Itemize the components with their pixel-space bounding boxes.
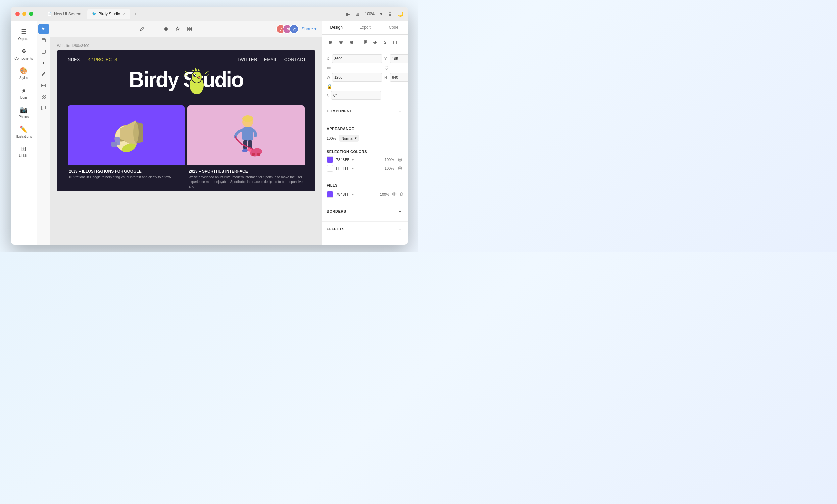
- selection-target-purple-btn[interactable]: [397, 156, 403, 163]
- canvas-area: A B C Share ▾: [50, 21, 322, 245]
- fill-hex[interactable]: 7848FF: [336, 192, 349, 197]
- flip-h-icon[interactable]: ⇔: [327, 65, 382, 71]
- svg-line-33: [184, 75, 187, 75]
- grid-tool-btn[interactable]: [184, 24, 195, 34]
- fill-swatch[interactable]: [327, 191, 334, 198]
- tool-comment[interactable]: [38, 102, 49, 113]
- tab-close-icon[interactable]: ✕: [123, 12, 126, 16]
- sidebar-item-components[interactable]: ❖ Components: [13, 45, 35, 63]
- selection-hex-purple[interactable]: 7848FF: [336, 158, 349, 162]
- selection-target-white-btn[interactable]: [397, 165, 403, 172]
- frame-tool-btn[interactable]: [149, 24, 159, 34]
- nav-contact[interactable]: CONTACT: [284, 57, 306, 62]
- align-bottom-btn[interactable]: [381, 38, 389, 46]
- component-add-btn[interactable]: +: [397, 108, 403, 114]
- effects-add-btn[interactable]: +: [397, 226, 403, 232]
- fill-visibility-btn[interactable]: [392, 192, 397, 198]
- h-input[interactable]: [390, 73, 408, 82]
- mask-tool-btn[interactable]: [173, 24, 183, 34]
- canvas-content[interactable]: Website 1280×3400 INDEX 42 PROJECTS TWIT…: [50, 37, 322, 245]
- tab-design[interactable]: Design: [322, 21, 351, 34]
- fill-delete-btn[interactable]: [399, 192, 403, 197]
- tool-rect[interactable]: [38, 46, 49, 57]
- selection-opacity-white[interactable]: 100%: [385, 166, 394, 170]
- dark-mode-icon[interactable]: 🌙: [398, 11, 403, 17]
- zoom-level[interactable]: 100%: [364, 12, 375, 16]
- nav-twitter[interactable]: TWITTER: [237, 57, 257, 62]
- rotation-input[interactable]: [331, 91, 381, 99]
- w-input[interactable]: [332, 73, 382, 82]
- svg-line-35: [207, 75, 209, 75]
- tool-component[interactable]: [38, 91, 49, 102]
- objects-label: Objects: [18, 37, 30, 41]
- selection-hex-white[interactable]: FFFFFF: [336, 166, 349, 171]
- tab-add-button[interactable]: +: [132, 8, 139, 19]
- zoom-chevron-icon[interactable]: ▾: [380, 11, 382, 17]
- align-center-h-btn[interactable]: [337, 38, 345, 46]
- tool-image[interactable]: [38, 80, 49, 91]
- borders-add-btn[interactable]: +: [397, 208, 403, 214]
- share-label: Share: [301, 26, 313, 32]
- align-top-btn[interactable]: [361, 38, 370, 46]
- tab-new-ui-system[interactable]: 📄 New UI System: [43, 8, 86, 19]
- align-center-v-btn[interactable]: [371, 38, 379, 46]
- toolbar-right: A B C Share ▾: [276, 24, 317, 34]
- component-header: COMPONENT +: [327, 108, 403, 114]
- sidebar-item-styles[interactable]: 🎨 Styles: [13, 64, 35, 82]
- photos-icon: 📷: [20, 106, 28, 114]
- tab-export[interactable]: Export: [351, 21, 379, 34]
- sidebar-item-icons[interactable]: ★ Icons: [13, 84, 35, 102]
- selection-white-chevron[interactable]: ▾: [352, 167, 354, 170]
- sidebar-item-illustrations[interactable]: ✏️ Illustrations: [13, 123, 35, 141]
- sidebar-item-objects[interactable]: ☰ Objects: [13, 25, 35, 43]
- pencil-tool-btn[interactable]: [137, 24, 147, 34]
- sidebar-item-ui-kits[interactable]: ⊞ UI Kits: [13, 142, 35, 161]
- component-tool-btn[interactable]: [161, 24, 171, 34]
- blend-mode-label: Normal: [341, 136, 353, 140]
- share-button[interactable]: Share ▾: [301, 26, 317, 32]
- monitor-icon[interactable]: 🖥: [388, 11, 392, 17]
- close-button[interactable]: [15, 12, 20, 16]
- opacity-value[interactable]: 100%: [327, 136, 336, 140]
- tab-birdy-studio[interactable]: 🐦 Birdy Studio ✕: [87, 8, 131, 19]
- selection-purple-chevron[interactable]: ▾: [352, 158, 354, 162]
- selection-opacity-purple[interactable]: 100%: [385, 158, 394, 162]
- align-left-btn[interactable]: [327, 38, 335, 46]
- tool-frame[interactable]: [38, 35, 49, 45]
- align-right-btn[interactable]: [346, 38, 355, 46]
- tab-code[interactable]: Code: [379, 21, 408, 34]
- maximize-button[interactable]: [29, 12, 33, 16]
- nav-projects[interactable]: 42 PROJECTS: [88, 57, 117, 62]
- minimize-button[interactable]: [22, 12, 26, 16]
- play-icon[interactable]: ▶: [346, 11, 350, 17]
- nav-index[interactable]: INDEX: [66, 57, 80, 62]
- fill-chevron-icon[interactable]: ▾: [352, 193, 354, 197]
- svg-rect-20: [188, 30, 190, 31]
- flip-v-icon[interactable]: ⇕: [385, 65, 408, 71]
- selection-swatch-white[interactable]: [327, 165, 334, 172]
- blend-mode-select[interactable]: Normal ▾: [339, 135, 359, 142]
- selection-swatch-purple[interactable]: [327, 156, 334, 163]
- y-input[interactable]: [390, 54, 408, 63]
- nav-email[interactable]: EMAIL: [264, 57, 278, 62]
- prototyping-add-btn[interactable]: +: [397, 243, 403, 245]
- coordinates-row-1: X Y ⇔ ⇕: [327, 54, 403, 71]
- fills-add-btn-1[interactable]: +: [381, 182, 387, 188]
- appearance-add-btn[interactable]: +: [397, 125, 403, 132]
- tool-text[interactable]: T: [38, 58, 49, 68]
- distribute-btn[interactable]: [391, 38, 399, 46]
- w-coord-group: W: [327, 73, 382, 82]
- fill-opacity[interactable]: 100%: [380, 192, 389, 197]
- fills-add-btn-2[interactable]: +: [389, 182, 395, 188]
- borders-title: BORDERS: [327, 209, 346, 213]
- x-input[interactable]: [332, 54, 382, 63]
- fills-add-btn-3[interactable]: +: [397, 182, 403, 188]
- tool-pen[interactable]: [38, 69, 49, 79]
- svg-rect-69: [384, 41, 385, 44]
- x-label: X: [327, 57, 331, 60]
- sidebar-item-photos[interactable]: 📷 Photos: [13, 103, 35, 122]
- grid-icon[interactable]: ⊞: [355, 11, 359, 17]
- tool-select[interactable]: [38, 24, 49, 34]
- ui-kits-icon: ⊞: [21, 145, 26, 153]
- lock-icon[interactable]: 🔒: [327, 84, 382, 89]
